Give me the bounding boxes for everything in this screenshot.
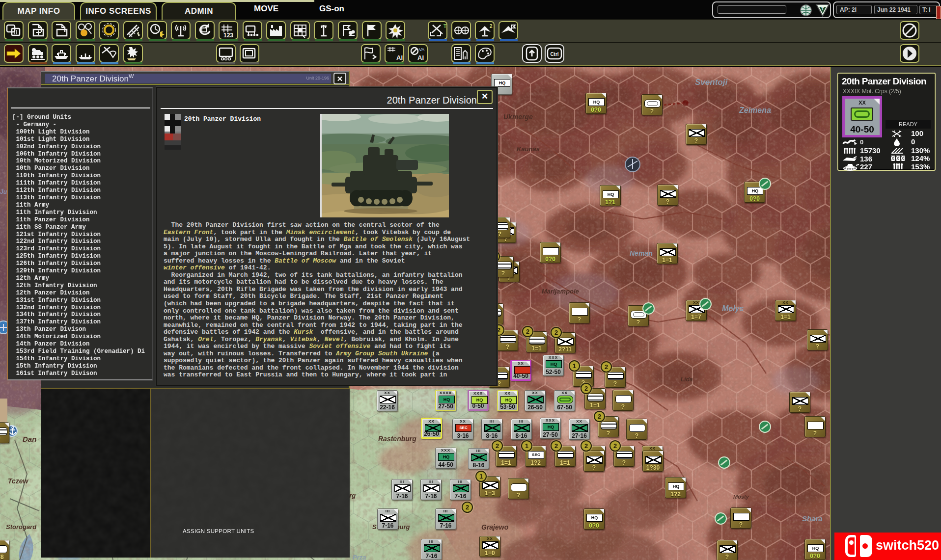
svg-text:T: T [821, 6, 824, 11]
svg-text:Ctrl: Ctrl [550, 52, 558, 57]
svg-text:2: 2 [490, 24, 493, 29]
svg-text:AI: AI [417, 54, 424, 61]
svg-text:T: T [443, 24, 446, 29]
svg-text:123: 123 [223, 32, 233, 39]
svg-text:VA: VA [419, 47, 424, 52]
svg-text:AI: AI [396, 54, 403, 61]
